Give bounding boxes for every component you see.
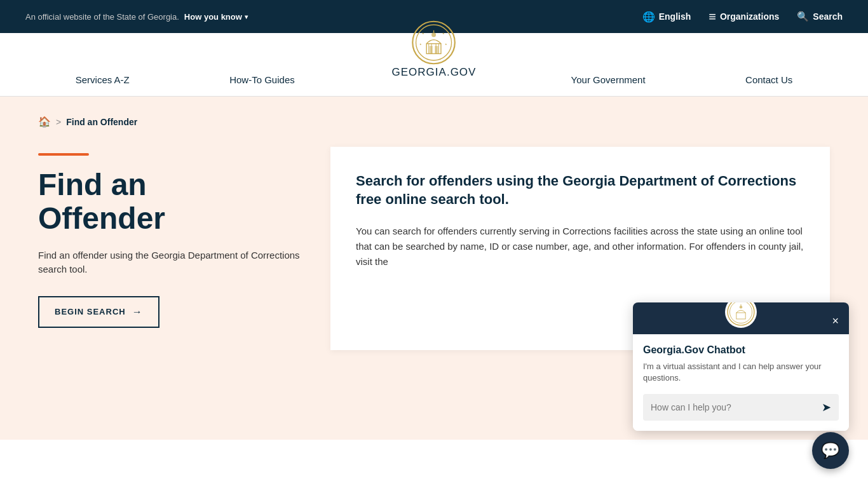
site-header: ★ ★ ★ ★ GEORGIA.GOV Services A-Z How-To …	[0, 33, 868, 97]
search-tool-title: Search for offenders using the Georgia D…	[356, 172, 804, 208]
top-bar-right: English Organizations Search	[642, 10, 843, 24]
nav-howto[interactable]: How-To Guides	[217, 69, 308, 90]
chatbot-seal-icon	[727, 302, 755, 326]
chatbot-send-button[interactable]: ➤	[822, 400, 831, 414]
chatbot-input-area: ➤	[643, 394, 839, 421]
official-text: An official website of the State of Geor…	[25, 12, 179, 22]
chatbot-body: Georgia.Gov Chatbot I'm a virtual assist…	[633, 334, 849, 431]
svg-text:★: ★	[423, 32, 425, 35]
chatbot-input[interactable]	[651, 402, 817, 412]
svg-rect-3	[430, 46, 433, 53]
arrow-right-icon: →	[132, 306, 143, 318]
svg-text:★: ★	[445, 43, 448, 46]
chatbot-logo	[725, 302, 757, 328]
chatbot-subtitle: I'm a virtual assistant and I can help a…	[643, 361, 839, 384]
how-you-know-button[interactable]: How you know ▾	[184, 12, 248, 22]
home-icon[interactable]: 🏠	[38, 116, 51, 128]
search-icon	[797, 11, 809, 22]
chatbot-title: Georgia.Gov Chatbot	[643, 344, 839, 356]
svg-point-18	[740, 306, 742, 308]
georgia-seal-icon: ★ ★ ★ ★	[412, 20, 456, 65]
svg-point-5	[432, 32, 437, 37]
nav-services[interactable]: Services A-Z	[63, 69, 142, 90]
menu-icon	[709, 10, 716, 24]
search-tool-body: You can search for offenders currently s…	[356, 224, 804, 269]
search-link[interactable]: Search	[797, 11, 843, 22]
breadcrumb-current: Find an Offender	[66, 117, 137, 127]
accent-line	[38, 153, 89, 156]
begin-search-button[interactable]: BEGIN SEARCH →	[38, 296, 159, 328]
page-title: Find an Offender	[38, 168, 305, 236]
top-bar-left: An official website of the State of Geor…	[25, 12, 248, 22]
chatbot-fab-button[interactable]: 💬	[812, 432, 849, 469]
svg-text:★: ★	[442, 32, 445, 35]
nav-contact[interactable]: Contact Us	[733, 69, 805, 90]
nav-yourgovt[interactable]: Your Government	[559, 69, 658, 90]
chat-bubble-icon: 💬	[821, 442, 840, 459]
site-logo[interactable]: ★ ★ ★ ★ GEORGIA.GOV	[392, 20, 477, 79]
chatbot-header: ×	[633, 302, 849, 334]
globe-icon	[642, 11, 655, 23]
left-panel: Find an Offender Find an offender using …	[38, 147, 305, 328]
language-selector[interactable]: English	[642, 11, 691, 23]
breadcrumb-separator: >	[56, 117, 61, 127]
breadcrumb: 🏠 > Find an Offender	[38, 116, 830, 128]
svg-rect-17	[736, 313, 745, 319]
logo-text: GEORGIA.GOV	[392, 66, 477, 79]
chatbot-popup: × Georgia.Gov Chatbot I'm a virtual assi…	[633, 302, 849, 431]
organizations-link[interactable]: Organizations	[709, 10, 779, 24]
svg-rect-4	[435, 46, 438, 53]
chatbot-close-button[interactable]: ×	[832, 315, 839, 327]
svg-text:★: ★	[419, 43, 422, 46]
chevron-down-icon: ▾	[245, 13, 248, 20]
page-description: Find an offender using the Georgia Depar…	[38, 248, 305, 277]
